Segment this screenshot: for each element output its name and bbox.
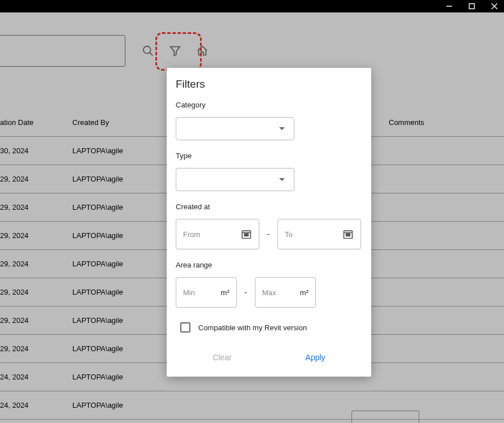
- area-separator: -: [244, 287, 248, 297]
- compat-label: Compatible with my Revit version: [198, 323, 307, 332]
- search-icon[interactable]: [141, 44, 155, 58]
- cell-date: 24, 2024: [0, 401, 72, 409]
- maximize-button[interactable]: [467, 1, 477, 11]
- cell-date: 29, 2024: [0, 175, 72, 183]
- cell-date: 29, 2024: [0, 288, 72, 296]
- filters-actions: Clear Apply: [176, 348, 362, 370]
- main-content: ation Date Created By Comments 30, 2024L…: [0, 12, 504, 423]
- toolbar-icons: [141, 44, 209, 58]
- area-unit: m²: [300, 288, 309, 297]
- date-separator: -: [266, 229, 271, 239]
- cell-date: 29, 2024: [0, 260, 72, 268]
- compat-checkbox[interactable]: [180, 322, 190, 333]
- created-at-row: From - To: [176, 219, 362, 249]
- created-at-label: Created at: [176, 202, 362, 211]
- svg-rect-7: [244, 233, 249, 236]
- category-select[interactable]: [176, 117, 294, 140]
- window-titlebar: [0, 0, 504, 12]
- pagination-box[interactable]: [351, 411, 419, 423]
- area-min-input[interactable]: Min m²: [176, 277, 237, 308]
- type-select[interactable]: [176, 168, 294, 191]
- svg-rect-1: [470, 4, 475, 9]
- calendar-icon: [241, 228, 252, 240]
- header-comments: Comments: [377, 118, 479, 127]
- date-to-input[interactable]: To: [277, 219, 361, 249]
- table-row[interactable]: 24, 2024LAPTOPA\agile: [0, 391, 504, 420]
- home-icon[interactable]: [195, 44, 209, 58]
- min-placeholder: Min: [183, 288, 195, 297]
- compat-checkbox-row: Compatible with my Revit version: [176, 322, 362, 333]
- area-unit: m²: [221, 288, 229, 297]
- svg-point-4: [144, 46, 151, 54]
- apply-button[interactable]: Apply: [294, 348, 337, 366]
- cell-created-by: LAPTOPA\agile: [72, 401, 344, 409]
- search-input[interactable]: [0, 35, 125, 67]
- area-range-row: Min m² - Max m²: [176, 277, 362, 308]
- area-max-input[interactable]: Max m²: [255, 277, 316, 308]
- toolbar: [0, 35, 504, 67]
- to-placeholder: To: [285, 230, 293, 239]
- filters-panel: Filters Category Type Created at From - …: [167, 68, 371, 377]
- filter-icon[interactable]: [168, 44, 182, 58]
- cell-date: 29, 2024: [0, 231, 72, 240]
- close-button[interactable]: [489, 1, 499, 11]
- clear-button[interactable]: Clear: [201, 348, 242, 366]
- cell-date: 30, 2024: [0, 146, 72, 155]
- type-label: Type: [176, 152, 362, 160]
- svg-rect-10: [346, 233, 350, 236]
- filters-title: Filters: [176, 78, 362, 90]
- cell-date: 29, 2024: [0, 344, 72, 353]
- minimize-button[interactable]: [444, 1, 454, 11]
- cell-date: 29, 2024: [0, 203, 72, 212]
- calendar-icon: [342, 228, 354, 240]
- area-range-label: Area range: [176, 261, 362, 269]
- from-placeholder: From: [183, 230, 200, 239]
- cell-date: 29, 2024: [0, 316, 72, 325]
- svg-line-5: [150, 53, 153, 56]
- chevron-down-icon: [279, 127, 285, 131]
- cell-date: 24, 2024: [0, 373, 72, 381]
- header-creation-date: ation Date: [0, 118, 72, 127]
- date-from-input[interactable]: From: [176, 219, 259, 249]
- chevron-down-icon: [279, 178, 285, 182]
- max-placeholder: Max: [262, 288, 276, 297]
- category-label: Category: [176, 101, 362, 109]
